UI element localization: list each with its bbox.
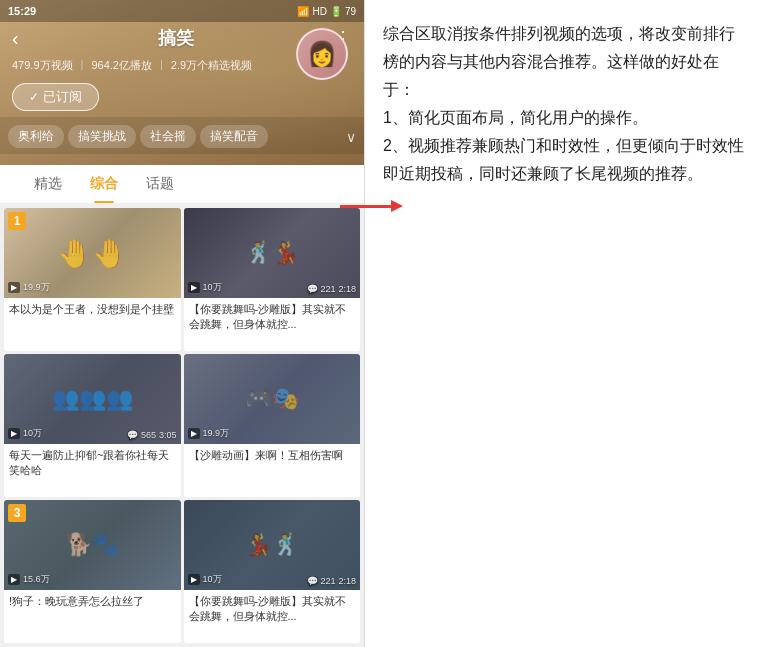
video-thumbnail: 🐕🐾 3 ▶ 15.6万 xyxy=(4,500,181,590)
battery-icon: 🔋 xyxy=(330,6,342,17)
explanation-text: 综合区取消按条件排列视频的选项，将改变前排行榜的内容与其他内容混合推荐。这样做的… xyxy=(383,20,747,188)
video-count: 479.9万视频 xyxy=(12,58,73,73)
stat-divider-1: | xyxy=(81,58,84,73)
battery-level: 79 xyxy=(345,6,356,17)
play-icon: ▶ xyxy=(8,282,20,293)
subscribe-area: ✓ 已订阅 xyxy=(0,77,364,117)
comment-count: 💬 221 xyxy=(307,284,336,294)
thumb-decoration: 💃🕺 xyxy=(245,532,299,558)
video-title: 【你要跳舞吗-沙雕版】其实就不会跳舞，但身体就控... xyxy=(189,594,356,625)
video-rank: 1 xyxy=(8,212,26,230)
avatar-image: 👩 xyxy=(298,30,346,78)
channel-header: 👩 ‹ 搞笑 ⋮ 479.9万视频 | 964.2亿播放 | 2.9万个精选视频… xyxy=(0,0,364,165)
signal-icon: 📶 xyxy=(297,6,309,17)
list-item[interactable]: 🎮🎭 ▶ 19.9万 【沙雕动画】来啊！互相伤害啊 xyxy=(184,354,361,497)
arrow-container xyxy=(340,205,395,208)
tag-social[interactable]: 社会摇 xyxy=(140,125,196,148)
video-title: 本以为是个王者，没想到是个挂壁 xyxy=(9,302,176,317)
tab-comprehensive[interactable]: 综合 xyxy=(76,165,132,203)
video-grid: 🤚🤚 1 ▶ 19.9万 本以为是个王者，没想到是个挂壁 🕺💃 ▶ 10万 xyxy=(0,204,364,647)
play-info: ▶ 10万 xyxy=(188,281,222,294)
video-duration: 3:05 xyxy=(159,430,177,440)
play-icon: ▶ xyxy=(188,428,200,439)
check-icon: ✓ xyxy=(29,90,39,104)
play-info: ▶ 19.9万 xyxy=(8,281,50,294)
video-duration: 2:18 xyxy=(338,284,356,294)
thumb-decoration: 🐕🐾 xyxy=(65,532,119,558)
video-info: 【你要跳舞吗-沙雕版】其实就不会跳舞，但身体就控... xyxy=(184,590,361,630)
list-item[interactable]: 🤚🤚 1 ▶ 19.9万 本以为是个王者，没想到是个挂壁 xyxy=(4,208,181,351)
video-info: 【沙雕动画】来啊！互相伤害啊 xyxy=(184,444,361,468)
video-info: 【你要跳舞吗-沙雕版】其实就不会跳舞，但身体就控... xyxy=(184,298,361,338)
view-count: 19.9万 xyxy=(23,281,50,294)
subscribe-button[interactable]: ✓ 已订阅 xyxy=(12,83,99,111)
view-count: 10万 xyxy=(203,281,222,294)
play-count: 964.2亿播放 xyxy=(91,58,152,73)
tag-dubbing[interactable]: 搞笑配音 xyxy=(200,125,268,148)
video-title: 每天一遍防止抑郁~跟着你社每天笑哈哈 xyxy=(9,448,176,479)
video-title: 【你要跳舞吗-沙雕版】其实就不会跳舞，但身体就控... xyxy=(189,302,356,333)
list-item[interactable]: 🕺💃 ▶ 10万 💬 221 2:18 【你要跳舞吗-沙雕版】其实就不会跳舞，但… xyxy=(184,208,361,351)
video-thumbnail: 🤚🤚 1 ▶ 19.9万 xyxy=(4,208,181,298)
video-info: !狗子：晚玩意弄怎么拉丝了 xyxy=(4,590,181,614)
list-item[interactable]: 🐕🐾 3 ▶ 15.6万 !狗子：晚玩意弄怎么拉丝了 xyxy=(4,500,181,643)
video-title: 【沙雕动画】来啊！互相伤害啊 xyxy=(189,448,356,463)
play-icon: ▶ xyxy=(8,574,20,585)
tabs-row: 精选 综合 话题 xyxy=(0,165,364,204)
view-count: 15.6万 xyxy=(23,573,50,586)
thumb-meta: 💬 565 3:05 xyxy=(127,430,176,440)
video-info: 本以为是个王者，没想到是个挂壁 xyxy=(4,298,181,322)
status-time: 15:29 xyxy=(8,5,36,17)
video-info: 每天一遍防止抑郁~跟着你社每天笑哈哈 xyxy=(4,444,181,484)
subscribe-label: 已订阅 xyxy=(43,88,82,106)
tag-challenge[interactable]: 搞笑挑战 xyxy=(68,125,136,148)
list-item[interactable]: 👥👥👥 ▶ 10万 💬 565 3:05 每天一遍防止抑郁~跟着你社每天笑哈哈 xyxy=(4,354,181,497)
expand-tags-icon[interactable]: ∨ xyxy=(346,129,356,145)
play-info: ▶ 19.9万 xyxy=(188,427,230,440)
mobile-app-panel: 15:29 📶 HD 🔋 79 👩 ‹ 搞笑 ⋮ 479.9万视频 | 964.… xyxy=(0,0,365,647)
thumb-meta: 💬 221 2:18 xyxy=(307,576,356,586)
view-count: 19.9万 xyxy=(203,427,230,440)
channel-avatar: 👩 xyxy=(296,28,348,80)
video-rank: 3 xyxy=(8,504,26,522)
red-arrow xyxy=(340,205,395,208)
comment-count: 💬 221 xyxy=(307,576,336,586)
featured-count: 2.9万个精选视频 xyxy=(171,58,252,73)
status-bar: 15:29 📶 HD 🔋 79 xyxy=(0,0,364,22)
channel-title: 搞笑 xyxy=(158,26,194,50)
video-thumbnail: 🎮🎭 ▶ 19.9万 xyxy=(184,354,361,444)
thumb-decoration: 🤚🤚 xyxy=(57,237,127,270)
play-info: ▶ 10万 xyxy=(8,427,42,440)
play-icon: ▶ xyxy=(8,428,20,439)
video-title: !狗子：晚玩意弄怎么拉丝了 xyxy=(9,594,176,609)
comment-count: 💬 565 xyxy=(127,430,156,440)
tag-oligei[interactable]: 奥利给 xyxy=(8,125,64,148)
play-icon: ▶ xyxy=(188,574,200,585)
tab-featured[interactable]: 精选 xyxy=(20,165,76,203)
tab-topic[interactable]: 话题 xyxy=(132,165,188,203)
play-icon: ▶ xyxy=(188,282,200,293)
thumb-decoration: 🎮🎭 xyxy=(245,386,299,412)
video-duration: 2:18 xyxy=(338,576,356,586)
view-count: 10万 xyxy=(203,573,222,586)
channel-tags: 奥利给 搞笑挑战 社会摇 搞笑配音 ∨ xyxy=(0,117,364,154)
wifi-icon: HD xyxy=(312,6,326,17)
video-thumbnail: 👥👥👥 ▶ 10万 💬 565 3:05 xyxy=(4,354,181,444)
view-count: 10万 xyxy=(23,427,42,440)
status-icons: 📶 HD 🔋 79 xyxy=(297,6,356,17)
video-thumbnail: 🕺💃 ▶ 10万 💬 221 2:18 xyxy=(184,208,361,298)
play-info: ▶ 10万 xyxy=(188,573,222,586)
play-info: ▶ 15.6万 xyxy=(8,573,50,586)
thumb-meta: 💬 221 2:18 xyxy=(307,284,356,294)
list-item[interactable]: 💃🕺 ▶ 10万 💬 221 2:18 【你要跳舞吗-沙雕版】其实就不会跳舞，但… xyxy=(184,500,361,643)
back-button[interactable]: ‹ xyxy=(12,28,19,48)
video-thumbnail: 💃🕺 ▶ 10万 💬 221 2:18 xyxy=(184,500,361,590)
thumb-decoration: 🕺💃 xyxy=(245,240,299,266)
thumb-decoration: 👥👥👥 xyxy=(52,386,133,412)
explanation-panel: 综合区取消按条件排列视频的选项，将改变前排行榜的内容与其他内容混合推荐。这样做的… xyxy=(365,0,765,647)
stat-divider-2: | xyxy=(160,58,163,73)
